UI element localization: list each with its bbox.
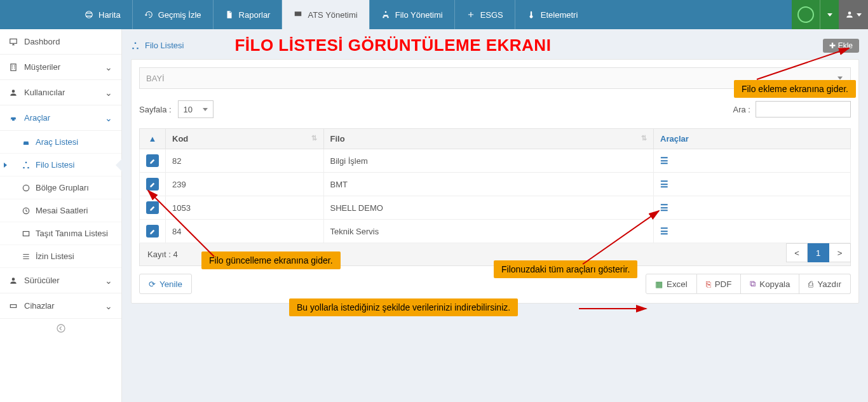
print-label: Yazdır	[817, 279, 841, 289]
col-header-kod[interactable]: Kod	[166, 129, 324, 149]
globe-icon	[85, 10, 93, 19]
sidebar-label: Kullanıcılar	[24, 88, 65, 97]
user-icon	[9, 88, 18, 97]
sitemap-icon	[381, 10, 390, 19]
pdf-icon: ⎘	[706, 279, 711, 289]
nav-etelemetri[interactable]: Etelemetri	[515, 0, 590, 29]
nav-label: Raporlar	[239, 10, 271, 20]
person-icon	[9, 276, 18, 285]
status-circle-icon	[797, 6, 814, 23]
edit-row-button[interactable]	[146, 178, 159, 191]
sidebar-sub-mesai-saatleri[interactable]: Mesai Saatleri	[0, 199, 121, 222]
cell-filo: Bilgi İşlem	[323, 149, 653, 173]
add-button[interactable]: ✚ Ekle	[823, 39, 859, 53]
sidebar-item-musteriler[interactable]: Müşteriler ⌄	[0, 55, 121, 80]
building-icon	[9, 63, 18, 72]
sidebar-item-dashbord[interactable]: Dashbord	[0, 29, 121, 55]
print-button[interactable]: ⎙Yazdır	[799, 274, 851, 294]
sidebar-label: Araç Listesi	[36, 137, 78, 147]
nav-ats-yonetimi[interactable]: ATS Yönetimi	[282, 0, 369, 29]
nav-esgs[interactable]: ESGS	[455, 0, 515, 29]
sidebar-label: İzin Listesi	[36, 251, 74, 261]
cell-kod: 84	[166, 220, 324, 243]
status-dropdown[interactable]	[820, 0, 839, 29]
refresh-icon: ⟳	[149, 279, 156, 289]
show-vehicles-button[interactable]: ☰	[660, 179, 669, 189]
excel-label: Excel	[667, 279, 688, 289]
status-indicator-button[interactable]	[792, 0, 820, 29]
export-group: ▦Excel ⎘PDF ⧉Kopyala ⎙Yazdır	[646, 274, 851, 294]
annotation-title: FİLO LİSTESİ GÖRÜNTÜLEME EKRANI	[234, 36, 551, 55]
edit-row-button[interactable]	[146, 201, 159, 214]
plus-icon: ✚	[829, 41, 836, 50]
page-prev-button[interactable]: <	[786, 243, 808, 262]
edit-row-button[interactable]	[146, 154, 159, 167]
search-input[interactable]	[756, 101, 851, 117]
sidebar-sub-izin-listesi[interactable]: İzin Listesi	[0, 245, 121, 268]
sidebar-collapse-button[interactable]	[0, 319, 121, 338]
sidebar-item-araclar[interactable]: Araçlar ⌄	[0, 105, 121, 131]
table-row: 82 Bilgi İşlem ☰	[140, 149, 851, 173]
cell-kod: 1053	[166, 196, 324, 220]
search-label: Ara :	[733, 105, 750, 114]
show-vehicles-button[interactable]: ☰	[660, 226, 669, 236]
chevron-down-icon: ⌄	[105, 301, 112, 311]
filo-table: ▲ Kod Filo Araçlar 82 Bilgi İşlem ☰	[139, 128, 851, 243]
sidebar-sub-bolge-gruplari[interactable]: Bölge Grupları	[0, 177, 121, 199]
excel-icon: ▦	[655, 279, 663, 289]
sidebar-label: Sürücüler	[24, 276, 60, 285]
page-next-button[interactable]: >	[829, 243, 851, 262]
annotation-arrow	[576, 302, 653, 315]
svg-rect-1	[11, 64, 16, 70]
show-vehicles-button[interactable]: ☰	[660, 203, 669, 213]
svg-point-6	[57, 325, 65, 332]
nav-raporlar[interactable]: Raporlar	[214, 0, 282, 29]
chevron-down-icon: ⌄	[105, 276, 112, 286]
svg-point-2	[23, 185, 29, 191]
table-row: 84 Teknik Servis ☰	[140, 220, 851, 243]
thermometer-icon	[527, 10, 536, 19]
nav-gecmis-izle[interactable]: Geçmiş İzle	[133, 0, 213, 29]
page-size-value: 10	[184, 105, 193, 114]
sidebar-sub-arac-listesi[interactable]: Araç Listesi	[0, 131, 121, 154]
refresh-button[interactable]: ⟳ Yenile	[139, 274, 192, 294]
page-size-select[interactable]: 10	[178, 100, 214, 118]
edit-row-button[interactable]	[146, 225, 159, 238]
nav-harita[interactable]: Harita	[73, 0, 132, 29]
export-excel-button[interactable]: ▦Excel	[646, 274, 697, 294]
plus-icon	[466, 10, 475, 19]
copy-label: Kopyala	[759, 279, 790, 289]
copy-button[interactable]: ⧉Kopyala	[741, 274, 799, 294]
sidebar: Dashbord Müşteriler ⌄ Kullanıcılar ⌄ Ara…	[0, 29, 122, 402]
col-sort-indicator[interactable]: ▲	[140, 129, 166, 149]
top-nav: Harita Geçmiş İzle Raporlar ATS Yönetimi…	[0, 0, 868, 29]
sidebar-item-suruculer[interactable]: Sürücüler ⌄	[0, 268, 121, 293]
sidebar-sub-filo-listesi[interactable]: Filo Listesi	[0, 154, 121, 177]
sidebar-sub-tasit-tanima[interactable]: Taşıt Tanıma Listesi	[0, 222, 121, 245]
col-header-filo[interactable]: Filo	[323, 129, 653, 149]
sidebar-label: Bölge Grupları	[36, 183, 89, 192]
col-header-araclar[interactable]: Araçlar	[654, 129, 851, 149]
breadcrumb-label: Filo Listesi	[145, 41, 184, 50]
nav-filo-yonetimi[interactable]: Filo Yönetimi	[370, 0, 454, 29]
chevron-down-icon: ⌄	[105, 62, 112, 72]
nav-label: ESGS	[480, 10, 503, 20]
page-1-button[interactable]: 1	[808, 243, 829, 262]
print-icon: ⎙	[808, 279, 813, 289]
sidebar-item-kullanicilar[interactable]: Kullanıcılar ⌄	[0, 80, 121, 105]
annotation-callout-edit: Filo güncelleme ekranına gider.	[201, 251, 341, 269]
circle-icon	[22, 184, 31, 192]
sitemap-icon	[131, 41, 140, 50]
export-pdf-button[interactable]: ⎘PDF	[697, 274, 742, 294]
breadcrumb[interactable]: Filo Listesi	[131, 41, 184, 50]
user-menu[interactable]	[839, 0, 868, 29]
pencil-icon	[149, 181, 156, 188]
sidebar-label: Dashbord	[24, 37, 60, 46]
sidebar-label: Filo Listesi	[36, 160, 74, 170]
copy-icon: ⧉	[750, 279, 756, 289]
show-vehicles-button[interactable]: ☰	[660, 156, 669, 166]
sidebar-item-cihazlar[interactable]: Cihazlar ⌄	[0, 293, 121, 319]
file-icon	[225, 10, 234, 19]
caret-down-icon	[857, 13, 862, 17]
list-icon	[22, 252, 31, 261]
